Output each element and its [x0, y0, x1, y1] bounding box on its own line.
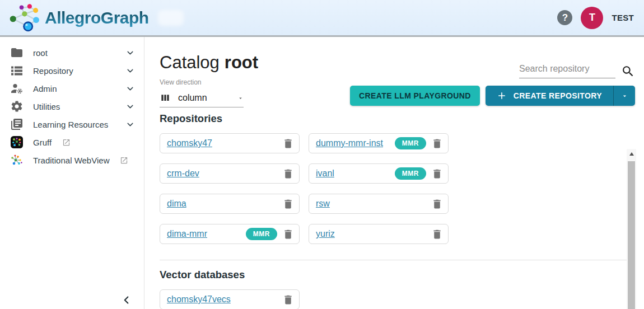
sidebar-item-traditional-webview[interactable]: Traditional WebView	[0, 151, 144, 169]
allegrograph-logo-icon	[8, 3, 40, 32]
delete-repo-button[interactable]	[282, 293, 294, 306]
page-title: Catalogroot	[160, 53, 258, 73]
sidebar-item-label: Admin	[33, 84, 57, 93]
repo-card-chomsky47: chomsky47	[160, 133, 300, 153]
sidebar-item-repository[interactable]: Repository	[0, 62, 144, 79]
search-group	[519, 62, 635, 78]
gear-icon	[10, 100, 24, 113]
delete-repo-button[interactable]	[431, 198, 443, 210]
repo-card-chomsky47vecs: chomsky47vecs	[160, 289, 300, 309]
sidebar: rootRepositoryAdminUtilitiesLearning Res…	[0, 37, 144, 309]
delete-repo-button[interactable]	[282, 137, 294, 149]
view-direction-label: View direction	[160, 78, 201, 86]
view-direction-select[interactable]: column	[160, 89, 244, 107]
sidebar-item-utilities[interactable]: Utilities	[0, 97, 144, 115]
library-icon	[10, 118, 24, 131]
card-grid: chomsky47crm-devdimadima-mmrMMRdummy-mmr…	[160, 133, 627, 244]
folder-icon	[10, 46, 24, 59]
delete-repo-button[interactable]	[431, 137, 443, 149]
external-link-icon	[62, 138, 71, 147]
avatar[interactable]: T	[581, 7, 603, 29]
chevron-down-icon[interactable]	[125, 83, 135, 93]
page-title-prefix: Catalog	[160, 53, 220, 72]
chevron-down-icon[interactable]	[125, 101, 135, 111]
section-title: Repositories	[160, 113, 627, 125]
repo-link[interactable]: yuriz	[316, 229, 426, 239]
chevron-down-icon[interactable]	[125, 119, 135, 129]
create-repository-dropdown[interactable]	[614, 86, 635, 106]
repo-link[interactable]: crm-dev	[167, 168, 277, 179]
chevron-down-icon[interactable]	[125, 65, 135, 76]
create-repository-button[interactable]: CREATE REPOSITORY	[486, 86, 635, 106]
section-title: Vector databases	[160, 269, 627, 281]
search-input[interactable]	[519, 62, 615, 78]
plus-icon	[497, 91, 507, 101]
repo-card-dummy-mmr-inst: dummy-mmr-instMMR	[309, 133, 449, 153]
repo-card-crm-dev: crm-dev	[160, 163, 300, 184]
sidebar-item-admin[interactable]: Admin	[0, 79, 144, 97]
search-icon[interactable]	[621, 64, 635, 78]
sidebar-item-learning-resources[interactable]: Learning Resources	[0, 115, 144, 133]
sections: Repositorieschomsky47crm-devdimadima-mmr…	[160, 113, 627, 309]
repo-link[interactable]: chomsky47	[167, 138, 277, 148]
repo-card-rsw: rsw	[309, 194, 449, 214]
app-header: AllegroGraph ? T TEST	[0, 0, 644, 37]
admin-icon	[10, 82, 24, 95]
create-repository-label: CREATE REPOSITORY	[514, 91, 602, 100]
help-icon[interactable]: ?	[557, 10, 572, 25]
sidebar-item-label: Traditional WebView	[33, 156, 109, 165]
repo-link[interactable]: chomsky47vecs	[167, 294, 277, 305]
repo-link[interactable]: rsw	[316, 199, 426, 209]
column-icon	[160, 92, 171, 104]
card-grid: chomsky47vecs	[160, 289, 627, 309]
sidebar-collapse-button[interactable]	[119, 292, 134, 308]
mmr-badge: MMR	[395, 167, 426, 180]
brand-title: AllegroGraph	[45, 8, 149, 27]
delete-repo-button[interactable]	[431, 228, 443, 240]
sidebar-item-label: Gruff	[33, 138, 52, 147]
scrollbar-thumb[interactable]	[628, 161, 635, 309]
page-title-catalog-name: root	[225, 53, 258, 72]
gruff-icon	[10, 135, 24, 149]
sidebar-item-label: Utilities	[33, 102, 60, 111]
brand-highlight	[158, 10, 184, 26]
repo-card-yuriz: yuriz	[309, 224, 449, 244]
repo-link[interactable]: dummy-mmr-inst	[316, 138, 390, 148]
delete-repo-button[interactable]	[282, 167, 294, 180]
view-direction-value: column	[178, 93, 207, 103]
repo-link[interactable]: ivanl	[316, 168, 390, 179]
chevron-down-icon	[237, 95, 244, 101]
mmr-badge: MMR	[395, 137, 426, 149]
delete-repo-button[interactable]	[282, 198, 294, 210]
repo-card-dima-mmr: dima-mmrMMR	[160, 224, 300, 244]
main-content: Catalogroot View direction column CREATE…	[145, 37, 644, 309]
sidebar-item-label: Repository	[33, 66, 73, 76]
sidebar-nav: rootRepositoryAdminUtilitiesLearning Res…	[0, 37, 144, 169]
vertical-scrollbar[interactable]	[627, 149, 636, 309]
sidebar-item-label: Learning Resources	[33, 120, 108, 129]
mmr-badge: MMR	[246, 228, 277, 240]
username-label: TEST	[612, 13, 634, 22]
create-llm-playground-button[interactable]: CREATE LLM PLAYGROUND	[350, 86, 480, 106]
repository-icon	[10, 64, 24, 77]
external-link-icon	[120, 156, 128, 165]
sidebar-item-label: root	[33, 48, 48, 58]
brand: AllegroGraph	[8, 3, 184, 32]
repo-link[interactable]: dima-mmr	[167, 229, 241, 239]
repo-link[interactable]: dima	[167, 199, 277, 209]
delete-repo-button[interactable]	[282, 228, 294, 240]
scrollbar-up-arrow[interactable]	[629, 152, 634, 156]
sidebar-item-gruff[interactable]: Gruff	[0, 133, 144, 151]
chevron-left-icon	[120, 294, 133, 306]
delete-repo-button[interactable]	[431, 167, 443, 180]
action-buttons: CREATE LLM PLAYGROUND CREATE REPOSITORY	[350, 86, 635, 106]
molecule-icon	[10, 153, 24, 167]
sidebar-item-root[interactable]: root	[0, 44, 144, 62]
repo-card-ivanl: ivanlMMR	[309, 163, 449, 184]
chevron-down-icon[interactable]	[125, 48, 135, 58]
repo-card-dima: dima	[160, 194, 300, 214]
section-divider	[160, 260, 627, 260]
